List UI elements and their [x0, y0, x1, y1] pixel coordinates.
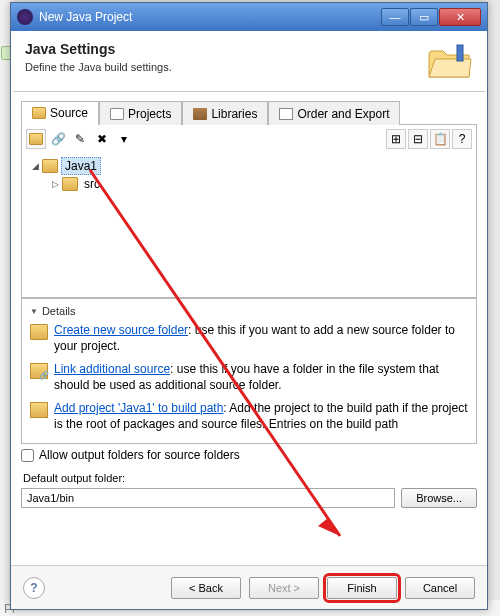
wizard-header: Java Settings Define the Java build sett…: [11, 31, 487, 91]
detail-link-source: Link additional source: use this if you …: [54, 362, 468, 393]
tree-collapse-icon[interactable]: ◢: [28, 161, 42, 171]
cancel-button[interactable]: Cancel: [405, 577, 475, 599]
edit-button[interactable]: ✎: [70, 129, 90, 149]
help-toolbar-button[interactable]: ?: [452, 129, 472, 149]
allow-output-checkbox[interactable]: [21, 449, 34, 462]
tab-projects[interactable]: Projects: [99, 101, 182, 125]
back-button[interactable]: < Back: [171, 577, 241, 599]
project-icon: [42, 159, 58, 173]
tree-project-label[interactable]: Java1: [61, 157, 101, 175]
projects-icon: [110, 108, 124, 120]
finish-button[interactable]: Finish: [327, 577, 397, 599]
expand-all-button[interactable]: ⊞: [386, 129, 406, 149]
link-source-button[interactable]: 🔗: [48, 129, 68, 149]
default-output-label: Default output folder:: [23, 472, 475, 484]
source-toolbar: 🔗 ✎ ✖ ▾ ⊞ ⊟ 📋 ?: [21, 125, 477, 153]
allow-output-row: Allow output folders for source folders: [21, 448, 477, 462]
next-button[interactable]: Next >: [249, 577, 319, 599]
link-additional-source[interactable]: Link additional source: [54, 362, 170, 376]
titlebar[interactable]: New Java Project — ▭ ✕: [11, 3, 487, 31]
window-title: New Java Project: [39, 10, 381, 24]
tab-order-export[interactable]: Order and Export: [268, 101, 400, 125]
page-subtitle: Define the Java build settings.: [25, 61, 425, 73]
default-output-input[interactable]: [21, 488, 395, 508]
link-add-project-buildpath[interactable]: Add project 'Java1' to build path: [54, 401, 223, 415]
close-button[interactable]: ✕: [439, 8, 481, 26]
minimize-button[interactable]: —: [381, 8, 409, 26]
source-folder-icon: [29, 133, 43, 145]
page-title: Java Settings: [25, 41, 425, 57]
browse-button[interactable]: Browse...: [401, 488, 477, 508]
order-export-icon: [279, 108, 293, 120]
tree-expand-icon[interactable]: ▷: [48, 179, 62, 189]
tab-source[interactable]: Source: [21, 101, 99, 125]
maximize-button[interactable]: ▭: [410, 8, 438, 26]
help-button[interactable]: ?: [23, 577, 45, 599]
toggle-button[interactable]: ▾: [114, 129, 134, 149]
tab-folder: Source Projects Libraries Order and Expo…: [21, 100, 477, 444]
source-folder-icon: [30, 324, 48, 340]
eclipse-icon: [17, 9, 33, 25]
svg-rect-0: [457, 45, 463, 61]
show-button[interactable]: 📋: [430, 129, 450, 149]
add-project-icon: [30, 402, 48, 418]
collapse-all-button[interactable]: ⊟: [408, 129, 428, 149]
link-source-icon: 🔗: [30, 363, 48, 379]
add-folder-button[interactable]: [26, 129, 46, 149]
source-folder-icon: [32, 107, 46, 119]
tab-libraries[interactable]: Libraries: [182, 101, 268, 125]
dialog-footer: ? < Back Next > Finish Cancel: [11, 565, 487, 609]
details-heading[interactable]: Details: [30, 305, 468, 317]
remove-button[interactable]: ✖: [92, 129, 112, 149]
folder-wizard-icon: [425, 41, 473, 81]
detail-create-source: Create new source folder: use this if yo…: [54, 323, 468, 354]
allow-output-label: Allow output folders for source folders: [39, 448, 240, 462]
tab-bar: Source Projects Libraries Order and Expo…: [21, 100, 477, 125]
source-folder-icon: [62, 177, 78, 191]
details-panel: Details Create new source folder: use th…: [21, 298, 477, 444]
dialog-window: New Java Project — ▭ ✕ Java Settings Def…: [10, 2, 488, 610]
detail-add-project: Add project 'Java1' to build path: Add t…: [54, 401, 468, 432]
libraries-icon: [193, 108, 207, 120]
tree-src-label[interactable]: src: [81, 176, 103, 192]
source-tree[interactable]: ◢ Java1 ▷ src: [21, 153, 477, 298]
link-create-source-folder[interactable]: Create new source folder: [54, 323, 188, 337]
